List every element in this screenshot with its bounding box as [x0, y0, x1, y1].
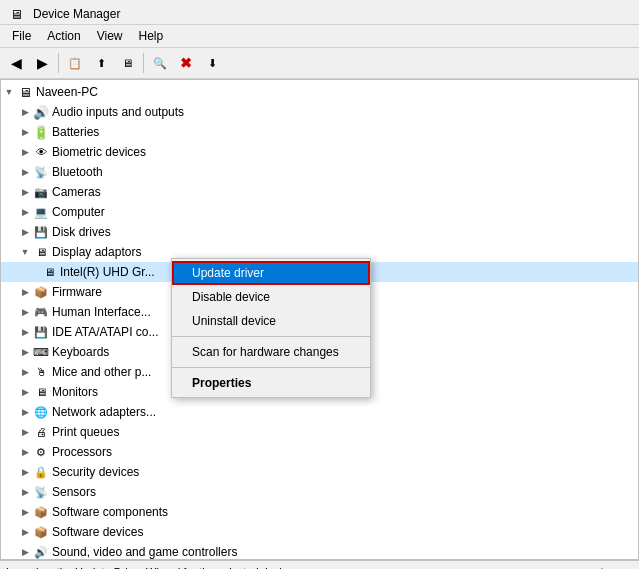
- audio-icon: 🔊: [33, 104, 49, 120]
- status-right: wsxdn.com: [578, 566, 633, 570]
- ide-icon: 💾: [33, 324, 49, 340]
- root-expander[interactable]: ▼: [1, 84, 17, 100]
- human-interface-label: Human Interface...: [52, 305, 151, 319]
- list-item[interactable]: ▶ 📷 Cameras: [1, 182, 638, 202]
- remove-button[interactable]: ✖: [174, 51, 198, 75]
- toolbar-separator-2: [143, 53, 144, 73]
- ide-label: IDE ATA/ATAPI co...: [52, 325, 158, 339]
- toolbar: ◀ ▶ 📋 ⬆ 🖥 🔍 ✖ ⬇: [0, 48, 639, 79]
- context-menu: Update driver Disable device Uninstall d…: [171, 258, 371, 398]
- cameras-expander[interactable]: ▶: [17, 184, 33, 200]
- list-item[interactable]: ▶ 📡 Bluetooth: [1, 162, 638, 182]
- softwarecomponents-label: Software components: [52, 505, 168, 519]
- intel-icon: 🖥: [41, 264, 57, 280]
- toolbar-separator-1: [58, 53, 59, 73]
- tree-root[interactable]: ▼ 🖥 Naveen-PC: [1, 82, 638, 102]
- bluetooth-expander[interactable]: ▶: [17, 164, 33, 180]
- security-icon: 🔒: [33, 464, 49, 480]
- softwarecomponents-icon: 📦: [33, 504, 49, 520]
- list-item[interactable]: ▶ 🔒 Security devices: [1, 462, 638, 482]
- softwarecomponents-expander[interactable]: ▶: [17, 504, 33, 520]
- sensors-expander[interactable]: ▶: [17, 484, 33, 500]
- audio-label: Audio inputs and outputs: [52, 105, 184, 119]
- processors-icon: ⚙: [33, 444, 49, 460]
- list-item[interactable]: ▶ 🖨 Print queues: [1, 422, 638, 442]
- keyboards-expander[interactable]: ▶: [17, 344, 33, 360]
- softwaredevices-icon: 📦: [33, 524, 49, 540]
- menu-view[interactable]: View: [89, 27, 131, 45]
- computer-icon: 💻: [33, 204, 49, 220]
- softwaredevices-expander[interactable]: ▶: [17, 524, 33, 540]
- scan-button[interactable]: 🔍: [148, 51, 172, 75]
- list-item[interactable]: ▶ 📦 Software devices: [1, 522, 638, 542]
- forward-button[interactable]: ▶: [30, 51, 54, 75]
- display-expander[interactable]: ▼: [17, 244, 33, 260]
- human-interface-expander[interactable]: ▶: [17, 304, 33, 320]
- audio-expander[interactable]: ▶: [17, 104, 33, 120]
- menu-bar: File Action View Help: [0, 25, 639, 48]
- back-button[interactable]: ◀: [4, 51, 28, 75]
- biometric-expander[interactable]: ▶: [17, 144, 33, 160]
- update-driver-button[interactable]: ⬆: [89, 51, 113, 75]
- keyboards-icon: ⌨: [33, 344, 49, 360]
- computer-label: Computer: [52, 205, 105, 219]
- ide-expander[interactable]: ▶: [17, 324, 33, 340]
- sound-expander[interactable]: ▶: [17, 544, 33, 559]
- diskdrives-expander[interactable]: ▶: [17, 224, 33, 240]
- network-label: Network adapters...: [52, 405, 156, 419]
- properties-button[interactable]: 📋: [63, 51, 87, 75]
- list-item[interactable]: ▶ 💻 Computer: [1, 202, 638, 222]
- network-expander[interactable]: ▶: [17, 404, 33, 420]
- context-menu-separator-1: [172, 336, 370, 337]
- app-icon: 🖥: [8, 6, 24, 22]
- list-item[interactable]: ▶ 🔋 Batteries: [1, 122, 638, 142]
- context-menu-update-driver[interactable]: Update driver: [172, 261, 370, 285]
- menu-help[interactable]: Help: [131, 27, 172, 45]
- cameras-icon: 📷: [33, 184, 49, 200]
- monitors-icon: 🖥: [33, 384, 49, 400]
- firmware-label: Firmware: [52, 285, 102, 299]
- print-expander[interactable]: ▶: [17, 424, 33, 440]
- context-menu-properties[interactable]: Properties: [172, 371, 370, 395]
- keyboards-label: Keyboards: [52, 345, 109, 359]
- context-menu-uninstall-device[interactable]: Uninstall device: [172, 309, 370, 333]
- menu-action[interactable]: Action: [39, 27, 88, 45]
- context-menu-disable-device[interactable]: Disable device: [172, 285, 370, 309]
- print-label: Print queues: [52, 425, 119, 439]
- context-menu-separator-2: [172, 367, 370, 368]
- window-title: Device Manager: [33, 7, 120, 21]
- sensors-label: Sensors: [52, 485, 96, 499]
- firmware-expander[interactable]: ▶: [17, 284, 33, 300]
- list-item[interactable]: ▶ 🔊 Sound, video and game controllers: [1, 542, 638, 559]
- context-menu-scan-hardware[interactable]: Scan for hardware changes: [172, 340, 370, 364]
- diskdrives-label: Disk drives: [52, 225, 111, 239]
- context-scan-label: Scan for hardware changes: [192, 345, 339, 359]
- processors-expander[interactable]: ▶: [17, 444, 33, 460]
- add-button[interactable]: ⬇: [200, 51, 224, 75]
- list-item[interactable]: ▶ 📡 Sensors: [1, 482, 638, 502]
- root-label: Naveen-PC: [36, 85, 98, 99]
- intel-expander-spacer: [33, 264, 41, 280]
- list-item[interactable]: ▶ 📦 Software components: [1, 502, 638, 522]
- context-properties-label: Properties: [192, 376, 251, 390]
- computer-expander[interactable]: ▶: [17, 204, 33, 220]
- list-item[interactable]: ▶ 👁 Biometric devices: [1, 142, 638, 162]
- display-icon: 🖥: [33, 244, 49, 260]
- list-item[interactable]: ▶ 🌐 Network adapters...: [1, 402, 638, 422]
- batteries-expander[interactable]: ▶: [17, 124, 33, 140]
- sound-label: Sound, video and game controllers: [52, 545, 237, 559]
- batteries-icon: 🔋: [33, 124, 49, 140]
- root-icon: 🖥: [17, 84, 33, 100]
- display-button[interactable]: 🖥: [115, 51, 139, 75]
- monitors-expander[interactable]: ▶: [17, 384, 33, 400]
- context-update-driver-label: Update driver: [192, 266, 264, 280]
- list-item[interactable]: ▶ 🔊 Audio inputs and outputs: [1, 102, 638, 122]
- mice-expander[interactable]: ▶: [17, 364, 33, 380]
- menu-file[interactable]: File: [4, 27, 39, 45]
- security-expander[interactable]: ▶: [17, 464, 33, 480]
- processors-label: Processors: [52, 445, 112, 459]
- list-item[interactable]: ▶ 💾 Disk drives: [1, 222, 638, 242]
- monitors-label: Monitors: [52, 385, 98, 399]
- diskdrives-icon: 💾: [33, 224, 49, 240]
- list-item[interactable]: ▶ ⚙ Processors: [1, 442, 638, 462]
